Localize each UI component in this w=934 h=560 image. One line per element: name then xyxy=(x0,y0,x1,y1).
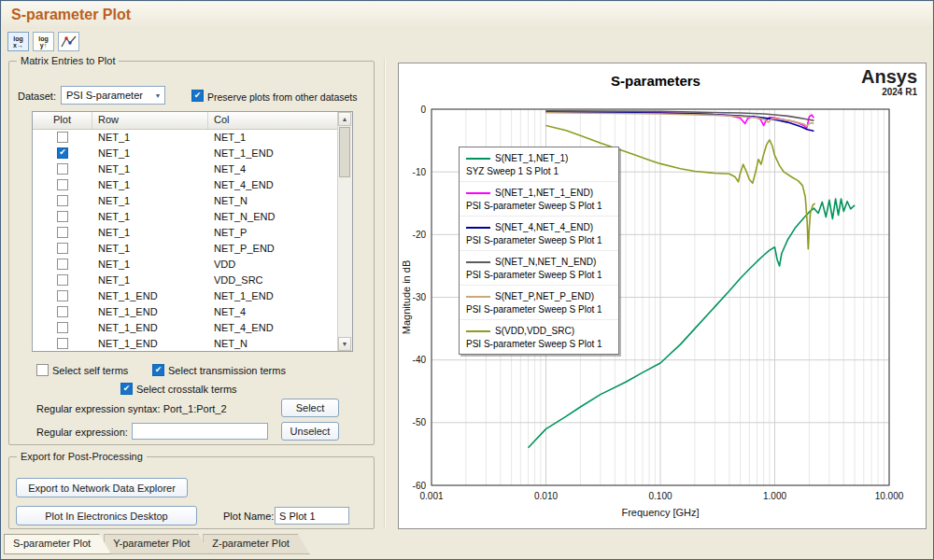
chart-legend: S(NET_1,NET_1)SYZ Sweep 1 S Plot 1S(NET_… xyxy=(459,147,619,355)
table-row[interactable]: NET_1_ENDNET_1_END xyxy=(33,287,338,303)
log-x-axis-button[interactable]: log x→ xyxy=(7,32,29,51)
legend-sweep-name: PSI S-parameter Sweep S Plot 1 xyxy=(466,339,612,349)
svg-text:-60: -60 xyxy=(413,481,427,491)
column-header-plot[interactable]: Plot xyxy=(33,112,92,129)
svg-text:0.010: 0.010 xyxy=(534,491,558,501)
table-scrollbar[interactable]: ▲ ▼ xyxy=(337,112,352,351)
plot-name-input[interactable] xyxy=(275,507,349,525)
row-plot-checkbox[interactable] xyxy=(57,290,68,301)
table-row[interactable]: NET_1_ENDNET_4 xyxy=(33,303,338,319)
row-plot-checkbox[interactable]: ✔ xyxy=(57,147,68,159)
row-plot-checkbox[interactable] xyxy=(57,211,68,222)
legend-swatch xyxy=(466,296,490,298)
svg-text:-50: -50 xyxy=(413,417,427,427)
tab-s-parameter-plot[interactable]: S-parameter Plot xyxy=(4,534,111,554)
legend-series-name: S(NET_4,NET_4_END) xyxy=(495,222,593,232)
preserve-plots-checkbox[interactable]: ✔ xyxy=(191,90,204,102)
row-name-cell: NET_1 xyxy=(92,132,208,143)
table-row[interactable]: NET_1NET_P xyxy=(33,224,338,240)
row-plot-checkbox[interactable] xyxy=(57,259,68,270)
svg-text:1.000: 1.000 xyxy=(763,491,786,501)
table-row[interactable]: NET_1_ENDNET_4_END xyxy=(33,319,338,335)
select-button[interactable]: Select xyxy=(281,399,339,417)
select-transmission-terms-checkbox[interactable]: ✔ xyxy=(152,364,164,376)
marker-plot-button[interactable] xyxy=(58,32,79,51)
svg-text:0: 0 xyxy=(420,105,426,115)
column-header-col[interactable]: Col xyxy=(208,112,338,129)
ansys-brand-text: Ansys xyxy=(861,67,917,87)
col-name-cell: NET_N_END xyxy=(208,211,338,222)
col-name-cell: NET_1 xyxy=(208,132,338,143)
xy-plot-icon xyxy=(61,35,77,49)
matrix-entries-table[interactable]: Plot Row Col NET_1NET_1✔NET_1NET_1_ENDNE… xyxy=(32,111,353,352)
scroll-up-icon[interactable]: ▲ xyxy=(338,112,351,126)
table-row[interactable]: NET_1NET_4_END xyxy=(33,176,338,192)
row-plot-checkbox[interactable] xyxy=(57,132,68,143)
row-plot-checkbox[interactable] xyxy=(57,322,68,333)
ansys-logo: Ansys 2024 R1 xyxy=(861,67,917,97)
row-name-cell: NET_1 xyxy=(92,227,208,238)
row-name-cell: NET_1 xyxy=(92,274,208,286)
select-crosstalk-terms-checkbox[interactable]: ✔ xyxy=(120,383,133,395)
plot-in-electronics-desktop-button[interactable]: Plot In Electronics Desktop xyxy=(16,506,197,525)
regex-input[interactable] xyxy=(132,423,268,440)
row-name-cell: NET_1 xyxy=(92,259,208,270)
matrix-entries-label: Matrix Entries to Plot xyxy=(17,55,119,66)
column-header-row[interactable]: Row xyxy=(92,112,208,129)
table-row[interactable]: NET_1VDD xyxy=(33,256,338,272)
row-plot-checkbox[interactable] xyxy=(57,195,68,206)
select-transmission-terms-label: Select transmission terms xyxy=(168,365,286,376)
col-name-cell: NET_4_END xyxy=(208,322,338,333)
s-parameter-plot-window: S-parameter Plot log x→ log y↑ Matrix En… xyxy=(0,0,934,560)
row-plot-checkbox[interactable] xyxy=(57,179,68,190)
table-row[interactable]: NET_1NET_N_END xyxy=(33,208,338,224)
col-name-cell: NET_N xyxy=(208,338,338,349)
select-self-terms-checkbox[interactable] xyxy=(36,364,49,376)
legend-sweep-name: PSI S-parameter Sweep S Plot 1 xyxy=(466,304,612,315)
unselect-button[interactable]: Unselect xyxy=(281,422,339,441)
row-name-cell: NET_1 xyxy=(92,211,208,222)
dataset-selected-value: PSI S-parameter xyxy=(62,90,151,101)
row-plot-checkbox[interactable] xyxy=(57,227,68,238)
row-name-cell: NET_1 xyxy=(92,147,208,159)
log-y-axis-button[interactable]: log y↑ xyxy=(33,32,54,51)
scrollbar-thumb[interactable] xyxy=(339,127,350,177)
legend-sweep-name: PSI S-parameter Sweep S Plot 1 xyxy=(466,270,612,280)
col-name-cell: NET_1_END xyxy=(208,290,338,301)
table-row[interactable]: NET_1NET_1 xyxy=(33,129,338,145)
tab-y-parameter-plot[interactable]: Y-parameter Plot xyxy=(104,534,210,554)
row-plot-checkbox[interactable] xyxy=(57,163,68,175)
table-row[interactable]: NET_1NET_4 xyxy=(33,161,338,176)
svg-text:10.000: 10.000 xyxy=(875,491,904,501)
chevron-down-icon: ▼ xyxy=(151,92,164,99)
regex-syntax-label: Regular expression syntax: Port_1:Port_2 xyxy=(36,403,227,414)
tab-z-parameter-plot[interactable]: Z-parameter Plot xyxy=(203,534,310,554)
legend-series-name: S(NET_N,NET_N_END) xyxy=(495,257,596,267)
table-row[interactable]: NET_1NET_N xyxy=(33,192,338,208)
legend-sweep-name: PSI S-parameter Sweep S Plot 1 xyxy=(466,201,612,211)
col-name-cell: NET_P_END xyxy=(208,243,338,254)
dataset-select[interactable]: PSI S-parameter ▼ xyxy=(61,86,165,105)
chart-panel: S-parameters Ansys 2024 R1 0.0010.0100.1… xyxy=(398,63,927,529)
row-name-cell: NET_1 xyxy=(92,195,208,206)
log-y-icon: log xyxy=(38,35,49,42)
row-plot-checkbox[interactable] xyxy=(57,338,68,349)
table-row[interactable]: ✔NET_1NET_1_END xyxy=(33,145,338,161)
legend-swatch xyxy=(466,261,490,263)
table-row[interactable]: NET_1VDD_SRC xyxy=(33,272,338,287)
svg-text:-40: -40 xyxy=(413,355,427,365)
row-name-cell: NET_1 xyxy=(92,163,208,175)
row-plot-checkbox[interactable] xyxy=(57,243,68,254)
export-network-data-explorer-button[interactable]: Export to Network Data Explorer xyxy=(16,478,188,497)
row-name-cell: NET_1 xyxy=(92,243,208,254)
col-name-cell: VDD_SRC xyxy=(208,274,338,286)
row-plot-checkbox[interactable] xyxy=(57,306,68,317)
col-name-cell: NET_4_END xyxy=(208,179,338,190)
row-plot-checkbox[interactable] xyxy=(57,274,68,286)
row-name-cell: NET_1_END xyxy=(92,290,208,301)
legend-entry: S(NET_4,NET_4_END)PSI S-parameter Sweep … xyxy=(460,217,618,251)
table-row[interactable]: NET_1NET_P_END xyxy=(33,240,338,256)
dataset-label: Dataset: xyxy=(18,91,56,102)
table-row[interactable]: NET_1_ENDNET_N xyxy=(33,335,338,351)
scroll-down-icon[interactable]: ▼ xyxy=(338,337,351,351)
